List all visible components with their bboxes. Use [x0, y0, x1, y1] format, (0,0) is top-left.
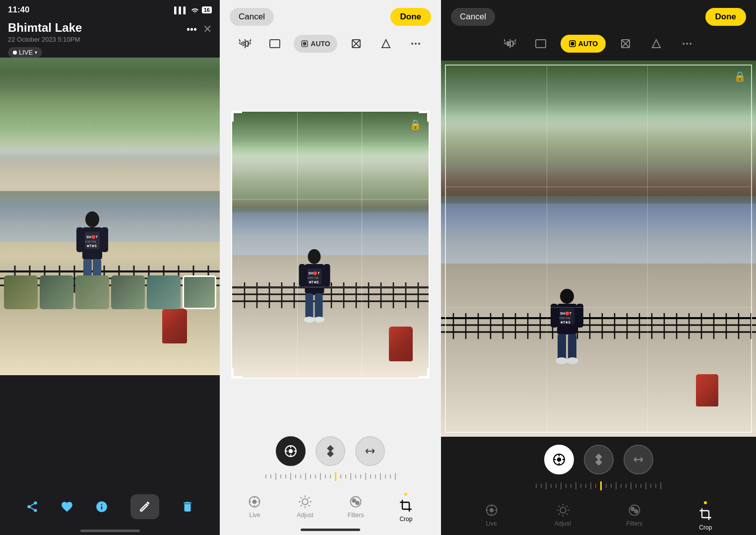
- rtick: [585, 484, 586, 488]
- auto-label: AUTO: [311, 40, 330, 48]
- hills: [232, 112, 429, 213]
- edit-button[interactable]: [130, 494, 159, 519]
- rtick: [536, 484, 537, 488]
- photo-scene-mid: SH🔴T FOR THE ★T★S: [232, 112, 429, 378]
- ruler-tick: [345, 474, 346, 478]
- thumbnail[interactable]: [111, 275, 145, 309]
- angle-icon[interactable]: [375, 33, 397, 55]
- svg-text:★T★S: ★T★S: [86, 244, 97, 248]
- red-barrel: [162, 309, 187, 343]
- svg-point-98: [571, 42, 574, 45]
- close-button[interactable]: ✕: [203, 23, 212, 36]
- right-rotate-control[interactable]: [544, 445, 574, 474]
- right-done-button[interactable]: Done: [705, 8, 747, 26]
- svg-point-92: [352, 499, 356, 502]
- right-angle-icon[interactable]: [645, 33, 667, 55]
- flip-control-button[interactable]: [355, 436, 385, 466]
- thumbnail-strip[interactable]: [0, 273, 220, 311]
- thumbnail[interactable]: [147, 275, 181, 309]
- svg-text:SH🔴T: SH🔴T: [86, 235, 98, 239]
- auto-button[interactable]: AUTO: [294, 35, 337, 53]
- svg-rect-67: [315, 293, 323, 318]
- ruler-tick: [280, 474, 281, 478]
- rtick-major: [561, 482, 562, 489]
- delete-button[interactable]: [181, 500, 194, 513]
- right-tab-icon-crop: [697, 506, 713, 522]
- right-tab-filters[interactable]: Filters: [626, 502, 642, 527]
- ruler-tick: [390, 474, 391, 478]
- main-photo: SH🔴T FOR THE ★T★S: [0, 58, 220, 375]
- right-auto-button[interactable]: AUTO: [561, 35, 606, 53]
- right-tab-crop[interactable]: Crop: [697, 502, 713, 531]
- tab-label-filters: Filters: [348, 512, 364, 519]
- right-tab-adjust[interactable]: Adjust: [555, 502, 571, 527]
- right-level-control[interactable]: [584, 445, 614, 474]
- cancel-button[interactable]: Cancel: [230, 8, 274, 26]
- level-control-button[interactable]: [315, 436, 345, 466]
- right-grid-h2: [446, 307, 751, 308]
- right-cancel-button[interactable]: Cancel: [451, 8, 495, 26]
- tab-filters[interactable]: Filters: [348, 494, 364, 519]
- live-badge[interactable]: LIVE ▾: [8, 47, 42, 58]
- svg-text:SH🔴T: SH🔴T: [309, 271, 320, 275]
- svg-rect-31: [270, 40, 280, 48]
- svg-text:FOR THE: FOR THE: [308, 276, 319, 279]
- tab-label-live: Live: [249, 512, 260, 519]
- tab-crop[interactable]: Crop: [398, 494, 414, 523]
- flip-horizontal-icon[interactable]: [234, 33, 256, 55]
- rtick: [640, 484, 641, 488]
- wifi-icon: [191, 7, 199, 13]
- right-crop-frame[interactable]: [445, 65, 752, 433]
- photo-scene: SH🔴T FOR THE ★T★S: [0, 58, 220, 375]
- svg-line-164: [558, 514, 559, 515]
- svg-point-157: [560, 507, 566, 513]
- svg-point-168: [634, 510, 638, 513]
- right-flip-icon[interactable]: [499, 33, 521, 55]
- tab-adjust[interactable]: Adjust: [297, 494, 313, 519]
- red-barrel-mid: [389, 327, 413, 361]
- right-flip-control[interactable]: [624, 445, 653, 474]
- rotate-icon[interactable]: [345, 33, 367, 55]
- photo-title: Bhimtal Lake: [8, 21, 82, 35]
- right-rotation-controls: [441, 437, 756, 478]
- tab-label-crop: Crop: [399, 516, 412, 523]
- right-grid-v1: [547, 66, 547, 432]
- rotation-controls: [220, 428, 441, 470]
- live-chevron: ▾: [35, 50, 37, 55]
- ruler-tick-major: [380, 473, 381, 480]
- live-indicator: [13, 51, 17, 55]
- right-tab-label-crop: Crop: [699, 524, 712, 531]
- right-aspect-icon[interactable]: [530, 33, 552, 55]
- aspect-ratio-icon[interactable]: [264, 33, 286, 55]
- ruler-tick: [265, 474, 266, 478]
- rotate-control-button[interactable]: [276, 436, 306, 466]
- thumbnail[interactable]: [4, 275, 38, 309]
- svg-point-39: [418, 43, 420, 45]
- right-ruler[interactable]: [441, 478, 756, 496]
- rtick-major: [645, 482, 646, 489]
- info-button[interactable]: [95, 500, 108, 513]
- right-rotate-icon[interactable]: [615, 33, 636, 55]
- more-options-icon[interactable]: [405, 33, 427, 55]
- right-more-icon[interactable]: [676, 33, 698, 55]
- share-button[interactable]: [26, 500, 39, 513]
- lock-icon: 🔒: [409, 119, 422, 131]
- svg-text:FOR THE: FOR THE: [85, 240, 97, 243]
- svg-point-104: [690, 43, 692, 45]
- more-options-icon[interactable]: •••: [187, 24, 197, 35]
- like-button[interactable]: [61, 500, 73, 513]
- thumbnail[interactable]: [75, 275, 109, 309]
- tab-live[interactable]: Live: [247, 494, 262, 519]
- right-top-bar: Cancel Done: [441, 0, 756, 33]
- thumbnail[interactable]: [40, 275, 73, 309]
- ruler[interactable]: [220, 470, 441, 488]
- svg-point-77: [253, 500, 256, 504]
- done-button[interactable]: Done: [390, 8, 432, 26]
- svg-rect-94: [507, 41, 509, 46]
- right-tab-icon-adjust: [555, 502, 571, 518]
- thumbnail-active[interactable]: [183, 275, 216, 309]
- svg-point-152: [490, 509, 493, 512]
- right-tab-live[interactable]: Live: [484, 502, 500, 527]
- crop-photo-frame[interactable]: SH🔴T FOR THE ★T★S: [231, 111, 430, 379]
- ruler-tick: [355, 474, 356, 478]
